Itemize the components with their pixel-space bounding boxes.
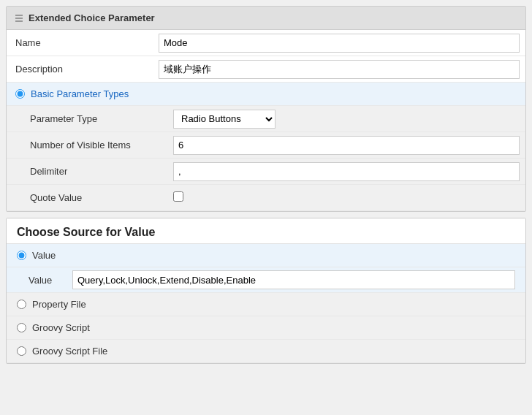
value-input-row: Value [7,267,525,293]
quote-value-checkbox[interactable] [173,191,183,202]
value-sub-label: Value [28,275,72,286]
panel-title: Extended Choice Parameter [28,12,155,23]
choose-source-title: Choose Source for Value [7,218,525,244]
groovy-script-radio[interactable] [17,323,26,332]
extended-choice-panel: Extended Choice Parameter Name Descripti… [6,6,526,212]
description-row: Description [7,56,525,83]
basic-param-types-radio[interactable] [15,89,25,99]
drag-handle[interactable] [15,15,23,22]
property-file-row: Property File [7,293,525,316]
panel-header: Extended Choice Parameter [7,7,525,30]
delimiter-input-wrap [167,159,525,184]
name-row: Name [7,30,525,56]
quote-value-row: Quote Value [7,185,525,211]
choose-source-panel: Choose Source for Value Value Value Prop… [6,218,526,364]
groovy-script-row: Groovy Script [7,316,525,340]
description-input[interactable] [159,60,520,79]
name-label: Name [7,33,153,53]
value-input[interactable] [72,270,515,289]
property-file-label[interactable]: Property File [32,299,86,310]
groovy-script-file-row: Groovy Script File [7,340,525,363]
basic-param-types-label[interactable]: Basic Parameter Types [31,88,129,99]
num-visible-input[interactable] [173,136,520,155]
basic-param-section: Parameter Type Radio Buttons Check Boxes… [7,106,525,211]
description-input-wrap [153,57,525,82]
delimiter-label: Delimiter [21,161,167,181]
param-type-label: Parameter Type [21,109,167,129]
value-option-row: Value [7,244,525,267]
delimiter-input[interactable] [173,162,520,181]
choose-source-body: Value Value Property File Groovy Script … [7,244,525,363]
groovy-script-file-label[interactable]: Groovy Script File [32,346,107,357]
quote-value-label: Quote Value [21,188,167,208]
num-visible-input-wrap [167,133,525,158]
num-visible-row: Number of Visible Items [7,132,525,159]
groovy-script-label[interactable]: Groovy Script [32,322,90,333]
param-type-select[interactable]: Radio Buttons Check Boxes Single Select … [173,110,276,129]
param-type-select-wrap: Radio Buttons Check Boxes Single Select … [167,107,525,132]
delimiter-row: Delimiter [7,159,525,185]
groovy-script-file-radio[interactable] [17,346,26,356]
property-file-radio[interactable] [17,300,26,309]
value-radio[interactable] [17,251,26,260]
param-type-row: Parameter Type Radio Buttons Check Boxes… [7,106,525,132]
num-visible-label: Number of Visible Items [21,135,167,155]
quote-value-checkbox-wrap [167,189,525,207]
name-input[interactable] [159,34,520,53]
value-option-label[interactable]: Value [32,250,56,261]
basic-param-types-row: Basic Parameter Types [7,83,525,106]
name-input-wrap [153,31,525,56]
description-label: Description [7,59,153,79]
